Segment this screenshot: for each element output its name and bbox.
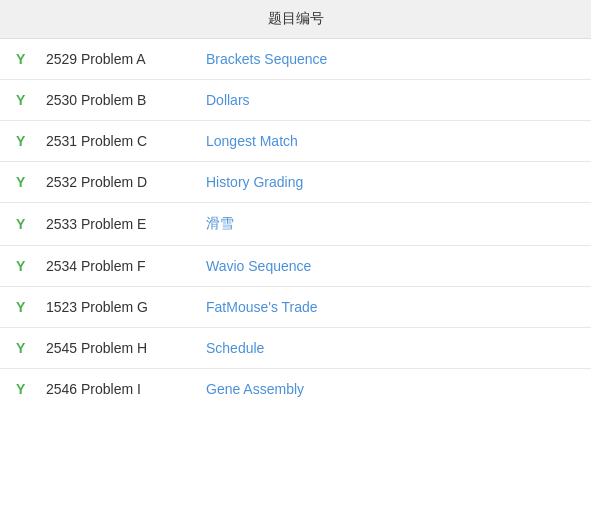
table-row: Y2534 Problem FWavio Sequence (0, 246, 591, 287)
table-row: Y2529 Problem ABrackets Sequence (0, 39, 591, 80)
table-header: 题目编号 (0, 0, 591, 39)
problem-id-label: 2529 Problem A (46, 51, 206, 67)
status-badge: Y (16, 216, 46, 232)
status-badge: Y (16, 340, 46, 356)
problem-id-label: 2533 Problem E (46, 216, 206, 232)
problem-title-link[interactable]: FatMouse's Trade (206, 299, 575, 315)
status-badge: Y (16, 133, 46, 149)
problem-title-link[interactable]: Dollars (206, 92, 575, 108)
problem-id-label: 1523 Problem G (46, 299, 206, 315)
table-row: Y1523 Problem GFatMouse's Trade (0, 287, 591, 328)
problem-id-label: 2532 Problem D (46, 174, 206, 190)
problem-title-link[interactable]: History Grading (206, 174, 575, 190)
problem-title-link[interactable]: Brackets Sequence (206, 51, 575, 67)
table-row: Y2530 Problem BDollars (0, 80, 591, 121)
problem-title-link[interactable]: 滑雪 (206, 215, 575, 233)
table-row: Y2531 Problem CLongest Match (0, 121, 591, 162)
status-badge: Y (16, 299, 46, 315)
header-label: 题目编号 (268, 10, 324, 26)
problem-title-link[interactable]: Longest Match (206, 133, 575, 149)
table-row: Y2532 Problem DHistory Grading (0, 162, 591, 203)
problem-id-label: 2534 Problem F (46, 258, 206, 274)
status-badge: Y (16, 92, 46, 108)
problem-id-label: 2545 Problem H (46, 340, 206, 356)
problem-title-link[interactable]: Wavio Sequence (206, 258, 575, 274)
problem-title-link[interactable]: Gene Assembly (206, 381, 575, 397)
status-badge: Y (16, 258, 46, 274)
table-row: Y2546 Problem IGene Assembly (0, 369, 591, 409)
problem-id-label: 2546 Problem I (46, 381, 206, 397)
status-badge: Y (16, 51, 46, 67)
table-row: Y2545 Problem HSchedule (0, 328, 591, 369)
status-badge: Y (16, 174, 46, 190)
status-badge: Y (16, 381, 46, 397)
table-body: Y2529 Problem ABrackets SequenceY2530 Pr… (0, 39, 591, 409)
problem-id-label: 2530 Problem B (46, 92, 206, 108)
problem-id-label: 2531 Problem C (46, 133, 206, 149)
problem-title-link[interactable]: Schedule (206, 340, 575, 356)
table-row: Y2533 Problem E滑雪 (0, 203, 591, 246)
problem-table: 题目编号 Y2529 Problem ABrackets SequenceY25… (0, 0, 591, 409)
